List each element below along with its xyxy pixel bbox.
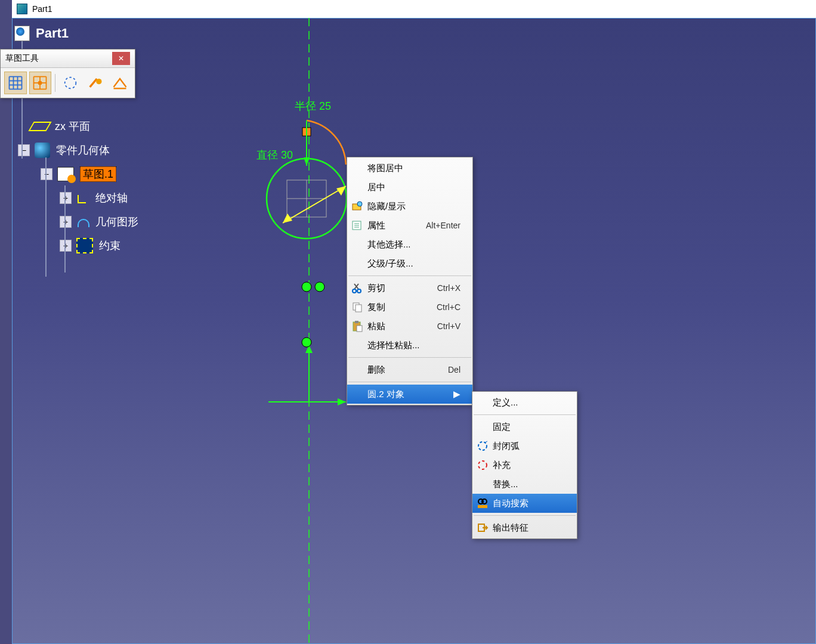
menu-hide-show[interactable]: 隐藏/显示: [347, 197, 472, 216]
submenu-fill[interactable]: 补充: [472, 456, 577, 475]
menu-separator: [474, 515, 576, 516]
submenu-auto-search[interactable]: 自动搜索: [472, 494, 577, 513]
dimensional-constraint-button[interactable]: [109, 72, 131, 94]
app-root: Part1 半径 25 直径 30: [0, 0, 816, 644]
svg-rect-48: [355, 321, 358, 323]
toolbar-separator: [55, 74, 55, 92]
toolbar-titlebar[interactable]: 草图工具 ✕: [1, 49, 135, 68]
plane-icon: [28, 122, 51, 131]
sketch-tools-toolbar[interactable]: 草图工具 ✕: [0, 49, 135, 98]
menu-copy[interactable]: 复制 Ctrl+C: [347, 298, 472, 317]
menu-separator: [348, 382, 471, 382]
menu-separator: [474, 414, 576, 415]
submenu-close-arc[interactable]: 封闭弧: [472, 436, 577, 456]
constraints-icon: [76, 238, 93, 253]
body-icon: [35, 143, 50, 158]
output-feature-icon: [476, 521, 489, 534]
submenu-fixed[interactable]: 固定: [472, 417, 577, 436]
tree-plane-label: zx 平面: [55, 119, 90, 134]
svg-point-43: [353, 289, 356, 293]
context-menu[interactable]: 将图居中 居中 隐藏/显示 属性 Alt+Enter 其他选择... 父级/子级…: [347, 157, 473, 405]
expander-plus-icon[interactable]: +: [60, 192, 72, 204]
close-arc-icon: [476, 439, 489, 453]
svg-rect-49: [357, 326, 362, 332]
tree-constraints[interactable]: + 约束: [60, 234, 138, 258]
tree-body-label: 零件几何体: [56, 143, 110, 157]
geometric-constraint-button[interactable]: [84, 72, 107, 94]
tree-axis-label: 绝对轴: [95, 191, 128, 205]
menu-separator: [348, 357, 471, 358]
object-submenu[interactable]: 定义... 固定 封闭弧 补充 替换... 自动搜索 输出特征: [472, 391, 577, 539]
auto-search-icon: [476, 497, 489, 510]
snap-toggle-button[interactable]: [29, 72, 52, 94]
shortcut-label: Alt+Enter: [409, 221, 460, 230]
submenu-arrow-icon: ▶: [439, 389, 460, 400]
grid-toggle-button[interactable]: [4, 72, 27, 94]
sketch-icon: [57, 167, 74, 181]
tree-geometry-label: 几何图形: [95, 215, 138, 229]
svg-rect-54: [478, 505, 487, 508]
window-title-bar[interactable]: Part1: [12, 0, 816, 18]
expander-minus-icon[interactable]: −: [18, 144, 30, 156]
tree-body[interactable]: − 零件几何体: [18, 138, 138, 162]
submenu-replace[interactable]: 替换...: [472, 475, 577, 494]
menu-properties[interactable]: 属性 Alt+Enter: [347, 216, 472, 235]
svg-point-35: [96, 79, 101, 84]
svg-point-38: [357, 202, 362, 206]
menu-paste-special[interactable]: 选择性粘贴...: [347, 336, 472, 355]
svg-point-44: [357, 289, 361, 293]
copy-icon: [351, 301, 364, 314]
submenu-definition[interactable]: 定义...: [472, 393, 577, 412]
tree-constraints-label: 约束: [99, 239, 120, 253]
menu-center[interactable]: 居中: [347, 178, 472, 197]
tree-geometry[interactable]: + 几何图形: [60, 210, 138, 234]
toolbar-body: [1, 68, 135, 98]
menu-object-submenu[interactable]: 圆.2 对象 ▶: [347, 385, 472, 404]
properties-icon: [351, 219, 364, 232]
app-icon: [17, 4, 27, 14]
construction-toggle-button[interactable]: [59, 72, 82, 94]
menu-parent-child[interactable]: 父级/子级...: [347, 254, 472, 273]
geometry-icon: [76, 215, 89, 228]
axis-icon: [76, 191, 89, 205]
menu-separator: [348, 275, 471, 276]
tree-root[interactable]: Part1: [14, 21, 138, 45]
shortcut-label: Ctrl+V: [421, 321, 460, 331]
expander-plus-icon[interactable]: +: [60, 216, 72, 228]
tree-root-label: Part1: [36, 26, 69, 41]
svg-point-34: [65, 78, 76, 89]
svg-point-50: [478, 442, 487, 450]
shortcut-label: Ctrl+X: [421, 283, 460, 293]
paste-icon: [351, 320, 364, 333]
shortcut-label: Del: [431, 365, 460, 374]
menu-other-select[interactable]: 其他选择...: [347, 235, 472, 254]
cut-icon: [351, 281, 364, 295]
tree-sketch-label: 草图.1: [80, 166, 116, 182]
hide-show-icon: [351, 200, 364, 213]
svg-point-33: [38, 81, 42, 85]
tree-sketch[interactable]: − 草图.1: [41, 162, 138, 186]
svg-point-51: [478, 461, 487, 469]
shortcut-label: Ctrl+C: [420, 302, 460, 312]
window-title: Part1: [32, 4, 52, 14]
menu-delete[interactable]: 删除 Del: [347, 360, 472, 379]
menu-center-graph[interactable]: 将图居中: [347, 159, 472, 178]
menu-cut[interactable]: 剪切 Ctrl+X: [347, 278, 472, 298]
fill-icon: [476, 459, 489, 472]
expander-minus-icon[interactable]: −: [41, 168, 52, 180]
tree-axis[interactable]: + 绝对轴: [60, 186, 138, 210]
svg-rect-46: [356, 305, 361, 312]
expander-plus-icon[interactable]: +: [60, 240, 72, 252]
menu-paste[interactable]: 粘贴 Ctrl+V: [347, 317, 472, 336]
toolbar-title-label: 草图工具: [5, 53, 39, 64]
submenu-output-feature[interactable]: 输出特征: [472, 518, 577, 537]
tree-plane[interactable]: zx 平面: [31, 114, 138, 138]
toolbar-close-button[interactable]: ✕: [112, 52, 130, 65]
part-icon: [14, 26, 30, 41]
